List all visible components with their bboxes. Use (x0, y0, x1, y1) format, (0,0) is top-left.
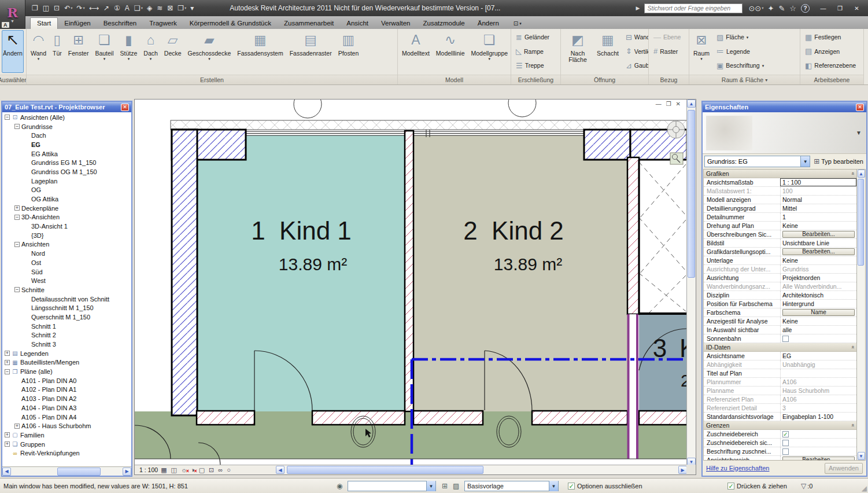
property-value[interactable]: EG (782, 352, 791, 359)
thin-lines-icon[interactable]: ≋ (155, 3, 165, 14)
tree-item[interactable]: 3D-Ansicht 1 (2, 222, 131, 231)
edit-button[interactable]: Bearbeiten... (782, 457, 855, 460)
tree-item[interactable]: Schnitt 2 (2, 331, 131, 340)
checkbox-checked[interactable]: ✓ (782, 431, 789, 437)
tree-item[interactable]: Grundriss OG M 1_150 (2, 167, 131, 176)
column-button[interactable]: ▮Stütze▾ (118, 30, 140, 73)
vertical-opening-button[interactable]: ⇕Vertikal (623, 45, 649, 59)
ribbon-tab[interactable]: Einfügen (58, 18, 97, 29)
ribbon-tab[interactable]: Verwalten (375, 18, 417, 29)
project-browser-hscrollbar[interactable]: ◀ ▶ (2, 466, 131, 476)
tree-expander[interactable]: − (14, 287, 20, 292)
ribbon-tab[interactable]: Start (30, 17, 58, 29)
ceiling-button[interactable]: ▱Decke (162, 30, 184, 73)
dormer-opening-button[interactable]: ⊿Gaube (623, 58, 649, 73)
scroll-left-icon[interactable]: ◀ (2, 468, 11, 476)
shadows-icon[interactable]: ◑ (191, 466, 195, 474)
resize-grip[interactable]: ◢ (862, 484, 867, 492)
roof-button[interactable]: ⌂Dach▾ (141, 30, 160, 73)
area-button[interactable]: ▨Fläche▾ (714, 30, 767, 45)
tree-item[interactable]: A101 - Plan DIN A0 (2, 376, 131, 385)
tree-item[interactable]: − ⊡ Ansichten (Alle) (2, 113, 131, 122)
window-button[interactable]: ⊞Fenster (66, 30, 91, 73)
tree-item[interactable]: Süd (2, 267, 131, 277)
property-value[interactable]: Grundriss (782, 266, 809, 273)
dimension-icon[interactable]: ⟷ (87, 3, 101, 14)
edit-button[interactable]: Bearbeiten... (782, 231, 855, 238)
tree-item[interactable]: − 3D-Ansichten (2, 213, 131, 222)
type-selector[interactable]: Grundriss: EG ▼ (704, 156, 810, 167)
tree-item[interactable]: A105 - Plan DIN A4 (2, 413, 131, 422)
property-value[interactable]: Normal (782, 196, 802, 203)
tree-item[interactable]: A102 - Plan DIN A1 (2, 385, 131, 395)
curtain-system-button[interactable]: ▦Fassadensystem (235, 30, 285, 73)
undo-icon[interactable]: ↶▾ (62, 3, 74, 14)
design-option-dropdown[interactable]: Basisvorlage▼ (464, 481, 559, 491)
tree-expander[interactable]: − (5, 369, 10, 374)
tree-item[interactable]: A103 - Plan DIN A2 (2, 394, 131, 403)
tree-item[interactable]: ∞ Revit-Verknüpfungen (2, 448, 131, 458)
sun-path-icon[interactable]: ☼ (181, 466, 187, 474)
tree-item[interactable]: EG Attika (2, 149, 131, 159)
title-overflow-icon[interactable]: ▶ (636, 5, 640, 11)
tree-item[interactable]: Ost (2, 258, 131, 267)
tree-expander[interactable]: + (5, 432, 10, 437)
ribbon-tab[interactable]: Ansicht (340, 18, 375, 29)
close-icon[interactable]: ✕ (121, 104, 129, 111)
text-icon[interactable]: A (123, 3, 132, 14)
view-restore-button[interactable]: ❐ (666, 101, 671, 107)
tree-expander[interactable]: − (5, 115, 10, 120)
floor-plan-canvas[interactable]: 1 Kind 1 13.89 m² 2 Kind 2 13.89 m² 3 K … (135, 100, 686, 465)
tree-expander[interactable]: − (14, 124, 20, 129)
property-value[interactable]: A106 (782, 396, 797, 403)
tree-item[interactable]: Lageplan (2, 176, 131, 186)
close-hidden-windows-icon[interactable]: ⊠ (165, 3, 175, 14)
curtain-grid-button[interactable]: ▤Fassadenraster (287, 30, 334, 73)
property-value[interactable]: Mittel (782, 205, 797, 212)
tree-item[interactable]: + A106 - Haus Schurbohm (2, 421, 131, 431)
chevron-down-icon[interactable]: ▼ (426, 481, 435, 491)
property-value[interactable]: 1 (782, 214, 786, 220)
chevron-down-icon[interactable]: ▼ (549, 481, 558, 491)
property-value[interactable]: Eingabeplan 1-100 (782, 413, 833, 420)
redo-icon[interactable]: ↷▾ (75, 3, 87, 14)
scroll-right-icon[interactable]: ▶ (678, 466, 687, 474)
stair-button[interactable]: ☰Treppe (513, 58, 552, 73)
tree-item[interactable]: + ▢ Familien (2, 431, 131, 440)
collapse-chevron-icon[interactable]: « (849, 424, 855, 426)
edit-type-button[interactable]: ⊞ Typ bearbeiten (812, 157, 865, 165)
tree-item[interactable]: OG Attika (2, 194, 131, 204)
properties-section-header[interactable]: Grafiken « (704, 170, 856, 178)
canvas-hscrollbar[interactable]: ◀ ▶ (276, 465, 687, 474)
ribbon-tab[interactable]: Körpermodell & Grundstück (183, 18, 278, 29)
detail-level-icon[interactable]: ▦ (161, 466, 167, 474)
property-value[interactable]: Alle Wandverbindun... (782, 283, 841, 290)
temporary-hide-isolate-icon[interactable]: ○ (227, 466, 231, 474)
ribbon-tab[interactable]: Beschriften (97, 18, 143, 29)
property-value[interactable]: A106 (782, 378, 797, 385)
steering-wheel-icon[interactable] (667, 121, 685, 138)
room-button[interactable]: ⊠Raum▾ (691, 30, 712, 73)
qat-customize-icon[interactable]: ▾ (189, 3, 196, 14)
properties-titlebar[interactable]: Eigenschaften ✕ (703, 102, 866, 112)
level-button[interactable]: —Ebene (651, 30, 684, 45)
legend-button[interactable]: ≔Legende (714, 45, 767, 59)
tree-expander[interactable]: + (14, 424, 20, 429)
application-menu-button[interactable]: R ▼ A (0, 0, 25, 29)
model-line-button[interactable]: ∿Modelllinie (434, 30, 467, 73)
show-crop-region-icon[interactable]: ▢ (199, 466, 205, 474)
collapse-chevron-icon[interactable]: « (849, 345, 855, 348)
edit-button[interactable]: Bearbeiten... (782, 248, 855, 256)
default-3d-view-icon[interactable]: ❑▾ (132, 3, 145, 14)
tree-item[interactable]: − Schnitte (2, 285, 131, 295)
tree-item[interactable]: OG (2, 186, 131, 195)
checkbox-unchecked[interactable] (782, 448, 789, 455)
scroll-up-icon[interactable]: ▲ (858, 170, 865, 178)
reference-plane-button[interactable]: ◧Referenzebene (802, 58, 859, 73)
tree-expander[interactable]: + (5, 360, 10, 365)
property-value[interactable]: Keine (782, 222, 798, 229)
property-value[interactable]: Keine (782, 318, 798, 325)
tree-item[interactable]: EG (2, 140, 131, 149)
tree-item[interactable]: − Grundrisse (2, 122, 131, 131)
tree-item[interactable]: Querschnitt M 1_150 (2, 312, 131, 322)
